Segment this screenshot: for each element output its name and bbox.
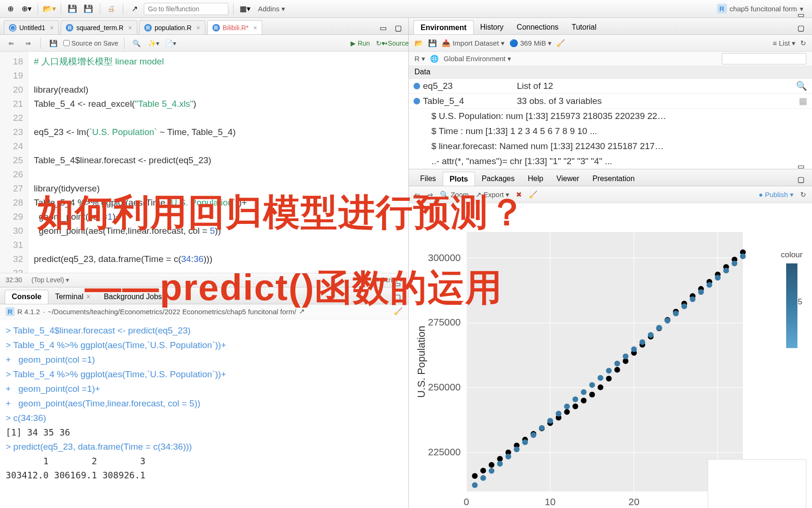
tab-population[interactable]: Rpopulation.R× bbox=[139, 20, 205, 34]
tab-history[interactable]: History bbox=[474, 20, 510, 34]
svg-text:0: 0 bbox=[464, 496, 469, 507]
svg-point-69 bbox=[631, 346, 637, 352]
close-icon[interactable]: × bbox=[196, 24, 200, 32]
tab-tutorial[interactable]: Tutorial bbox=[565, 20, 603, 34]
svg-point-54 bbox=[506, 453, 511, 459]
grid-icon[interactable]: ▦ bbox=[799, 95, 807, 106]
svg-point-58 bbox=[539, 425, 545, 431]
svg-text:225000: 225000 bbox=[428, 446, 461, 457]
env-scope-bar: R ▾ 🌐 Global Environment ▾ bbox=[409, 52, 812, 66]
load-icon[interactable]: 📂 bbox=[414, 39, 423, 48]
tab-packages[interactable]: Packages bbox=[475, 172, 521, 186]
env-object-table54[interactable]: Table_5_4 33 obs. of 3 variables ▦ bbox=[409, 94, 812, 109]
maximize-pane-icon[interactable]: ▢ bbox=[794, 173, 807, 186]
svg-point-67 bbox=[614, 361, 620, 366]
refresh-plot-icon[interactable]: ↻ bbox=[800, 190, 806, 199]
new-file-button[interactable]: ⊕ bbox=[4, 2, 17, 16]
tab-untitled1[interactable]: ◯Untitled1× bbox=[4, 20, 59, 34]
tab-bilibili[interactable]: RBilibili.R*× bbox=[207, 20, 262, 34]
svg-point-34 bbox=[614, 367, 620, 373]
addins-menu[interactable]: Addins ▾ bbox=[254, 5, 289, 13]
env-object-eq5_23[interactable]: eq5_23 List of 12 🔍 bbox=[409, 79, 812, 94]
r-dropdown[interactable]: R ▾ bbox=[414, 55, 425, 63]
env-search-input[interactable] bbox=[722, 53, 806, 64]
scope-dropdown[interactable]: Global Environment ▾ bbox=[444, 55, 511, 63]
overlay-title-1: 如何利用回归模型进行预测？ bbox=[38, 188, 526, 238]
svg-point-57 bbox=[531, 432, 536, 438]
svg-point-29 bbox=[572, 404, 578, 409]
report-icon[interactable]: 📄▾ bbox=[164, 37, 177, 50]
svg-text:20: 20 bbox=[629, 496, 640, 507]
svg-point-70 bbox=[640, 339, 645, 345]
save-icon[interactable]: 💾 bbox=[428, 39, 437, 48]
maximize-pane-icon[interactable]: ▢ bbox=[794, 21, 807, 34]
env-data-list: eq5_23 List of 12 🔍 Table_5_4 33 obs. of… bbox=[409, 79, 812, 169]
import-dataset-button[interactable]: 📥 Import Dataset ▾ bbox=[442, 39, 505, 48]
svg-point-68 bbox=[623, 354, 628, 359]
tab-plots[interactable]: Plots bbox=[443, 172, 475, 186]
wand-icon[interactable]: ✨▾ bbox=[147, 37, 160, 50]
svg-point-78 bbox=[706, 282, 712, 287]
tab-console[interactable]: Console bbox=[5, 290, 48, 304]
memory-indicator[interactable]: 🔵 369 MiB ▾ bbox=[509, 39, 552, 48]
source-button[interactable]: ↪ Source ▾ bbox=[390, 37, 404, 50]
svg-point-55 bbox=[514, 446, 519, 452]
code-editor[interactable]: 18192021222324252627282930313233 # 人口规模增… bbox=[0, 52, 408, 273]
env-toolbar: 📂 💾 📥 Import Dataset ▾ 🔵 369 MiB ▾ 🧹 ≡ L… bbox=[409, 35, 812, 52]
env-tabs: Environment History Connections Tutorial… bbox=[409, 18, 812, 35]
svg-point-75 bbox=[681, 303, 687, 309]
tab-presentation[interactable]: Presentation bbox=[586, 172, 641, 186]
goto-icon: ↗ bbox=[128, 2, 141, 16]
publish-button[interactable]: ● Publish ▾ bbox=[758, 190, 794, 199]
clear-plots-icon[interactable]: 🧹 bbox=[529, 190, 538, 199]
forward-icon[interactable]: ⇒ bbox=[22, 37, 35, 50]
plots-tabs: Files Plots Packages Help Viewer Present… bbox=[409, 169, 812, 186]
grid-button[interactable]: ▦▾ bbox=[238, 2, 251, 16]
save-all-button[interactable]: 💾 bbox=[82, 2, 95, 16]
print-button[interactable]: 🖨 bbox=[105, 2, 118, 16]
scope-selector[interactable]: (Top Level) ▾ bbox=[31, 276, 69, 284]
maximize-pane-icon[interactable]: ▢ bbox=[391, 21, 405, 34]
tab-help[interactable]: Help bbox=[521, 172, 550, 186]
broom-icon[interactable]: 🧹 bbox=[556, 39, 565, 48]
search-icon[interactable]: 🔍 bbox=[796, 80, 807, 91]
tab-squared-term[interactable]: Rsquared_term.R× bbox=[61, 20, 137, 34]
close-icon[interactable]: × bbox=[253, 24, 257, 32]
close-icon[interactable]: × bbox=[50, 24, 54, 32]
find-icon[interactable]: 🔍 bbox=[130, 37, 143, 50]
expand-icon[interactable] bbox=[414, 83, 420, 89]
list-view-button[interactable]: ≡ List ▾ bbox=[773, 39, 796, 48]
back-icon[interactable]: ⇐ bbox=[5, 37, 18, 50]
tab-connections[interactable]: Connections bbox=[510, 20, 565, 34]
goto-input[interactable] bbox=[144, 3, 228, 15]
source-on-save-check[interactable]: Source on Save bbox=[63, 40, 118, 47]
svg-point-50 bbox=[472, 482, 477, 488]
editor-tabs: ◯Untitled1× Rsquared_term.R× Rpopulation… bbox=[0, 18, 408, 35]
save-icon[interactable]: 💾 bbox=[47, 37, 60, 50]
svg-point-76 bbox=[690, 296, 695, 302]
refresh-icon[interactable]: ↻ bbox=[800, 39, 806, 48]
plot-thumbnail[interactable] bbox=[708, 459, 806, 508]
svg-point-80 bbox=[723, 268, 729, 273]
cursor-position: 32:30 bbox=[6, 276, 22, 284]
svg-point-18 bbox=[480, 468, 486, 473]
env-var-forecast: $ linear.forecast: Named num [1:33] 2124… bbox=[409, 139, 812, 154]
svg-point-77 bbox=[698, 289, 704, 295]
tab-environment[interactable]: Environment bbox=[414, 20, 474, 34]
save-button[interactable]: 💾 bbox=[66, 2, 79, 16]
tab-viewer[interactable]: Viewer bbox=[550, 172, 586, 186]
console-output[interactable]: > Table_5_4$linear.forecast <- predict(e… bbox=[0, 319, 408, 508]
minimize-pane-icon[interactable]: ▭ bbox=[794, 159, 807, 173]
tab-files[interactable]: Files bbox=[414, 172, 443, 186]
close-icon[interactable]: × bbox=[128, 24, 132, 32]
collapse-icon[interactable] bbox=[414, 98, 420, 104]
env-var-population: $ U.S. Population: num [1:33] 215973 218… bbox=[409, 109, 812, 124]
svg-text:275000: 275000 bbox=[428, 317, 461, 327]
open-file-button[interactable]: 📂▾ bbox=[43, 2, 56, 16]
code-content[interactable]: # 人口规模增长模型 linear modellibrary(readxl)Ta… bbox=[28, 52, 408, 273]
run-button[interactable]: ▶ Run bbox=[351, 40, 370, 47]
minimize-pane-icon[interactable]: ▭ bbox=[376, 21, 390, 34]
minimize-pane-icon[interactable]: ▭ bbox=[794, 8, 807, 21]
new-project-button[interactable]: ⊕▾ bbox=[20, 2, 33, 16]
svg-point-60 bbox=[556, 411, 562, 416]
